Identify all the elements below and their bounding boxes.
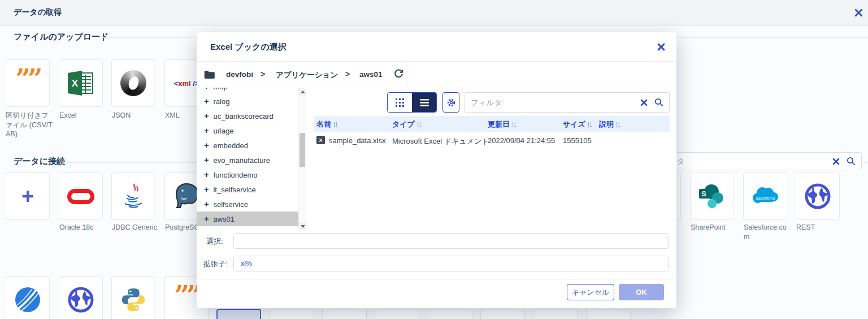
- column-header-name[interactable]: 名前: [316, 119, 338, 130]
- refresh-button[interactable]: [390, 69, 407, 79]
- card-json[interactable]: [111, 59, 155, 107]
- divider: [197, 279, 676, 279]
- connect-filter-clear-button[interactable]: [829, 158, 843, 165]
- close-icon: [854, 8, 863, 17]
- expand-plus-icon[interactable]: +: [204, 200, 209, 209]
- card-excel[interactable]: X: [59, 59, 103, 107]
- tree-item-evo_manufacture[interactable]: +evo_manufacture: [197, 153, 298, 167]
- scroll-up-button[interactable]: [299, 88, 306, 96]
- card-delimited-file[interactable]: ””: [6, 59, 50, 107]
- file-filter-input[interactable]: [465, 98, 637, 107]
- card-sliver[interactable]: [375, 309, 419, 319]
- list-view-button[interactable]: [412, 93, 436, 112]
- file-filter-clear-button[interactable]: [637, 99, 651, 106]
- breadcrumb-aws01[interactable]: aws01: [359, 70, 383, 79]
- tree-item-aws01[interactable]: +aws01: [197, 212, 298, 226]
- column-header-description[interactable]: 説明: [599, 119, 620, 130]
- card-jdbc[interactable]: [111, 173, 155, 220]
- xml-icon: <xml />: [174, 79, 199, 88]
- add-plus-icon: +: [21, 186, 34, 207]
- view-toggle: [387, 92, 437, 113]
- cell-modified: 2022/09/04 21:24:55: [488, 136, 555, 145]
- selection-input[interactable]: [233, 233, 669, 249]
- expand-plus-icon[interactable]: +: [204, 126, 209, 135]
- card-python[interactable]: [111, 276, 155, 319]
- dialog-close-button[interactable]: [656, 42, 666, 53]
- card-sliver[interactable]: [586, 309, 631, 319]
- tree-item-selfservice[interactable]: +selfservice: [197, 197, 298, 212]
- upload-section-title: ファイルのアップロード: [14, 32, 109, 42]
- card-rest[interactable]: [796, 173, 840, 220]
- sort-icon: [416, 121, 422, 128]
- column-header-modified[interactable]: 更新日: [488, 119, 517, 130]
- breadcrumb-application[interactable]: アプリケーション: [276, 70, 338, 80]
- refresh-icon: [394, 69, 403, 79]
- card-tibco[interactable]: [6, 276, 50, 319]
- card-sliver[interactable]: [322, 309, 367, 319]
- tree-item-ralog[interactable]: +ralog: [197, 94, 298, 109]
- ok-button[interactable]: OK: [619, 284, 664, 300]
- column-header-type[interactable]: タイプ: [392, 119, 422, 130]
- expand-plus-icon[interactable]: +: [204, 141, 209, 150]
- tree-item-uc_bankscorecard[interactable]: +uc_bankscorecard: [197, 109, 298, 123]
- scrollbar-thumb[interactable]: [300, 133, 305, 167]
- tree-item-uriage[interactable]: +uriage: [197, 123, 298, 138]
- breadcrumb-root[interactable]: devfobi: [226, 70, 253, 79]
- card-sliver[interactable]: [270, 309, 314, 319]
- top-bar: データの取得: [0, 0, 868, 26]
- oracle-icon: [67, 189, 94, 204]
- card-sliver[interactable]: [533, 309, 578, 319]
- list-view-icon: [420, 99, 429, 106]
- page-close-button[interactable]: [853, 8, 864, 19]
- tree-item-it_selfservice[interactable]: +it_selfservice: [197, 182, 298, 197]
- close-icon: [657, 43, 665, 51]
- card-sliver[interactable]: [428, 309, 472, 319]
- card-sliver[interactable]: [480, 309, 525, 319]
- sort-icon: [511, 121, 517, 128]
- sort-icon: [587, 121, 592, 128]
- cell-name: sample_data.xlsx: [329, 136, 385, 145]
- expand-plus-icon[interactable]: +: [204, 111, 209, 120]
- scroll-down-button[interactable]: [299, 222, 306, 230]
- card-sharepoint[interactable]: S: [690, 173, 734, 220]
- excel-icon: X: [67, 70, 95, 96]
- tree-item-functiondemo[interactable]: +functiondemo: [197, 167, 298, 182]
- card-oracle[interactable]: [59, 173, 103, 220]
- card-label-delimited: 区切り付きファイル (CSV/TAB): [6, 111, 55, 139]
- expand-plus-icon[interactable]: +: [204, 170, 209, 179]
- extension-input[interactable]: [233, 256, 669, 271]
- delimited-file-icon: ””: [16, 66, 40, 92]
- expand-plus-icon[interactable]: +: [204, 185, 209, 194]
- column-header-size[interactable]: サイズ: [563, 119, 592, 130]
- tree-item-embedded[interactable]: +embedded: [197, 138, 298, 153]
- dialog-header: Excel ブックの選択: [197, 32, 676, 62]
- card-salesforce[interactable]: salesforce: [743, 173, 787, 220]
- cell-type: Microsoft Excel ドキュメント: [392, 136, 489, 146]
- card-label-salesforce: Salesforce.com: [744, 223, 790, 242]
- clear-x-icon: [832, 158, 840, 165]
- sharepoint-icon: S: [698, 183, 726, 209]
- svg-text:salesforce: salesforce: [756, 196, 775, 201]
- tree-item-map[interactable]: +map: [197, 88, 298, 94]
- cancel-button[interactable]: キャンセル: [567, 284, 614, 300]
- card-label-rest: REST: [796, 223, 846, 232]
- globe-icon: [68, 287, 94, 313]
- card-add-connection[interactable]: +: [6, 173, 50, 220]
- expand-plus-icon[interactable]: +: [204, 156, 209, 165]
- tibco-icon: [14, 286, 41, 313]
- card-globe[interactable]: [59, 276, 103, 319]
- grid-view-button[interactable]: [388, 93, 412, 112]
- connect-filter-search-button[interactable]: [843, 157, 861, 166]
- card-label-json: JSON: [112, 111, 162, 120]
- card-sliver-selected[interactable]: [216, 309, 261, 319]
- triangle-up-icon: [301, 90, 305, 93]
- table-row[interactable]: X sample_data.xlsx Microsoft Excel ドキュメン…: [314, 133, 670, 148]
- expand-plus-icon[interactable]: +: [204, 88, 209, 91]
- excel-select-dialog: Excel ブックの選択 devfobi > アプリケーション > aws01 …: [197, 32, 676, 308]
- tree-scrollbar[interactable]: [298, 88, 306, 230]
- expand-plus-icon[interactable]: +: [204, 214, 209, 223]
- expand-plus-icon[interactable]: +: [204, 97, 209, 106]
- triangle-down-icon: [301, 225, 305, 228]
- file-filter-search-button[interactable]: [651, 98, 669, 107]
- settings-button[interactable]: [442, 92, 459, 113]
